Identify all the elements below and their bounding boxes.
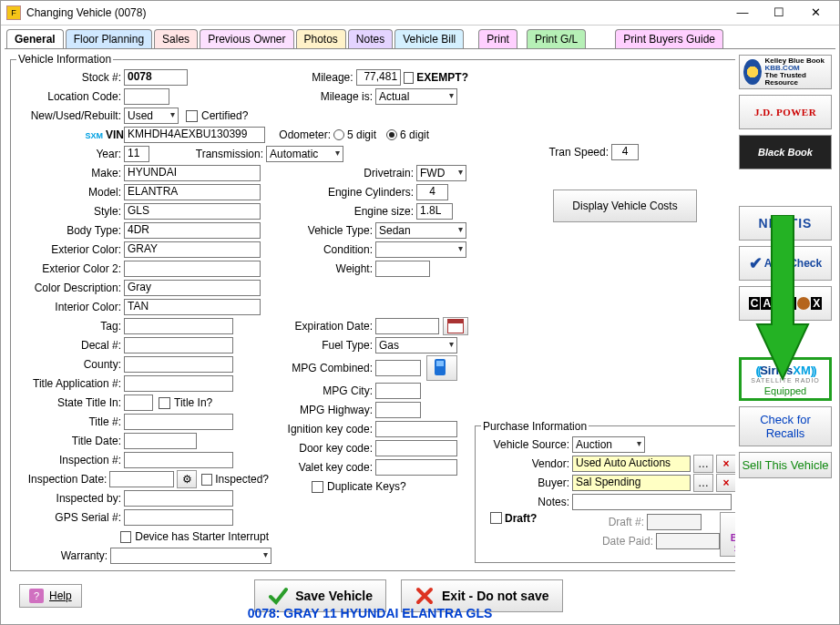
odometer-5digit-radio[interactable] — [333, 129, 344, 140]
statetitle-input[interactable] — [124, 394, 153, 411]
titlein-checkbox[interactable] — [159, 397, 170, 409]
extcolor-input[interactable]: GRAY — [124, 241, 261, 258]
stock-input[interactable]: 0078 — [124, 69, 188, 86]
help-button[interactable]: ?Help — [19, 584, 82, 608]
kbb-button[interactable]: Kelley Blue BookKBB.COMThe Trusted Resou… — [739, 55, 832, 89]
nur-select[interactable]: Used — [124, 108, 179, 124]
extcolor2-input[interactable] — [124, 261, 261, 277]
trans-select[interactable]: Automatic — [266, 146, 343, 162]
valet-input[interactable] — [375, 459, 457, 476]
mpghwy-label: MPG Highway: — [275, 404, 375, 416]
titledate-input[interactable] — [124, 433, 197, 449]
decal-input[interactable] — [124, 337, 233, 353]
autocheck-button[interactable]: ✔AutoCheck — [739, 246, 832, 281]
notesp-input[interactable] — [572, 494, 732, 510]
transpeed-input[interactable]: 4 — [611, 144, 639, 160]
intcolor-input[interactable]: TAN — [124, 299, 261, 315]
make-input[interactable]: HYUNDAI — [124, 165, 261, 181]
bodytype-input[interactable]: 4DR — [124, 222, 261, 239]
make-label: Make: — [16, 167, 124, 179]
inspected-checkbox[interactable] — [201, 474, 212, 486]
sell-vehicle-button[interactable]: Sell This Vehicle — [739, 452, 832, 478]
tab-print-gl[interactable]: Print G/L — [527, 29, 586, 48]
cyl-input[interactable]: 4 — [416, 184, 448, 200]
draftn-input[interactable] — [647, 514, 702, 530]
help-icon: ? — [29, 589, 44, 603]
style-input[interactable]: GLS — [124, 203, 261, 220]
expdate-input[interactable] — [375, 318, 439, 334]
certified-checkbox[interactable] — [186, 110, 198, 122]
gps-input[interactable] — [124, 509, 233, 526]
jdpower-button[interactable]: J.D. POWER — [739, 95, 832, 129]
siriusxm-equipped: Equipped — [743, 385, 827, 396]
tab-vehicle-bill[interactable]: Vehicle Bill — [394, 29, 464, 48]
dupkeys-checkbox[interactable] — [312, 481, 323, 493]
tab-general[interactable]: General — [6, 29, 64, 48]
tab-photos[interactable]: Photos — [296, 29, 346, 48]
tab-sales[interactable]: Sales — [154, 29, 198, 48]
inspby-input[interactable] — [124, 490, 233, 507]
titleapp-input[interactable] — [124, 375, 233, 392]
insp-label: Inspection #: — [16, 454, 124, 466]
mpgcity-input[interactable] — [375, 383, 421, 399]
mpg-lookup-button[interactable] — [426, 355, 457, 381]
mpgcity-label: MPG City: — [275, 384, 375, 397]
carfax-button[interactable]: CARFX — [739, 286, 832, 321]
buyer-input[interactable]: Sal Spending — [572, 475, 691, 491]
location-code-label: Location Code: — [16, 90, 124, 103]
mpghwy-input[interactable] — [375, 402, 421, 418]
drivetrain-select[interactable]: FWD — [416, 165, 466, 181]
display-vehicle-costs-button[interactable]: Display Vehicle Costs — [553, 190, 696, 222]
tab-print-buyers-guide[interactable]: Print Buyers Guide — [615, 29, 723, 48]
odometer-6digit-radio[interactable] — [386, 129, 397, 140]
vendor-lookup-button[interactable]: … — [693, 455, 713, 473]
close-button[interactable]: ✕ — [797, 1, 834, 25]
warranty-select[interactable] — [110, 548, 271, 564]
bill-of-sale-button[interactable]: Bill of Sale — [720, 512, 735, 557]
ignkey-input[interactable] — [375, 421, 457, 437]
exempt-checkbox[interactable] — [404, 72, 414, 84]
vsrc-select[interactable]: Auction — [572, 436, 645, 453]
check-recalls-button[interactable]: Check for Recalls — [739, 406, 832, 446]
expdate-picker-button[interactable] — [443, 317, 468, 335]
vtype-select[interactable]: Sedan — [375, 222, 466, 239]
tab-notes[interactable]: Notes — [348, 29, 393, 48]
inspdate-picker-button[interactable]: ⚙ — [177, 470, 197, 488]
colordesc-input[interactable]: Gray — [124, 280, 261, 296]
buyer-clear-button[interactable]: × — [716, 474, 735, 492]
odometer-label: Odometer: — [275, 128, 333, 141]
blackbook-button[interactable]: Black Book — [739, 135, 832, 169]
location-code-input[interactable] — [124, 88, 169, 105]
tab-floor-planning[interactable]: Floor Planning — [66, 29, 152, 48]
datepaid-input[interactable] — [656, 533, 720, 549]
siriusxm-badge[interactable]: ((SiriusXM)) SATELLITE RADIO Equipped — [739, 357, 832, 401]
model-input[interactable]: ELANTRA — [124, 184, 261, 200]
buyer-lookup-button[interactable]: … — [693, 474, 713, 492]
starter-checkbox[interactable] — [120, 531, 132, 543]
weight-input[interactable] — [375, 261, 430, 277]
vin-input[interactable]: KMHDH4AEXBU130399 — [124, 127, 265, 143]
maximize-button[interactable]: ☐ — [761, 1, 797, 25]
doorkey-input[interactable] — [375, 440, 457, 456]
year-input[interactable]: 11 — [124, 146, 149, 162]
county-input[interactable] — [124, 356, 233, 373]
fueltype-select[interactable]: Gas — [375, 337, 457, 353]
insp-input[interactable] — [124, 452, 233, 468]
tag-input[interactable] — [124, 318, 233, 334]
inspdate-input[interactable] — [109, 471, 173, 487]
datepaid-label: Date Paid: — [601, 535, 656, 548]
tab-print[interactable]: Print — [478, 29, 517, 48]
titlenum-input[interactable] — [124, 414, 233, 430]
minimize-button[interactable]: — — [724, 1, 761, 25]
mileage-input[interactable]: 77,481 — [356, 69, 402, 86]
vehicle-information-legend: Vehicle Information — [16, 53, 113, 66]
vendor-clear-button[interactable]: × — [716, 455, 735, 473]
mpgc-input[interactable] — [375, 360, 421, 376]
mileageis-select[interactable]: Actual — [375, 88, 457, 105]
engsize-input[interactable]: 1.8L — [416, 203, 453, 220]
vendor-input[interactable]: Used Auto Auctions — [572, 456, 691, 472]
nmvtis-button[interactable]: NMVTIS — [739, 206, 832, 241]
cond-select[interactable] — [375, 241, 466, 258]
tab-previous-owner[interactable]: Previous Owner — [200, 29, 293, 48]
draft-checkbox[interactable] — [490, 512, 502, 524]
